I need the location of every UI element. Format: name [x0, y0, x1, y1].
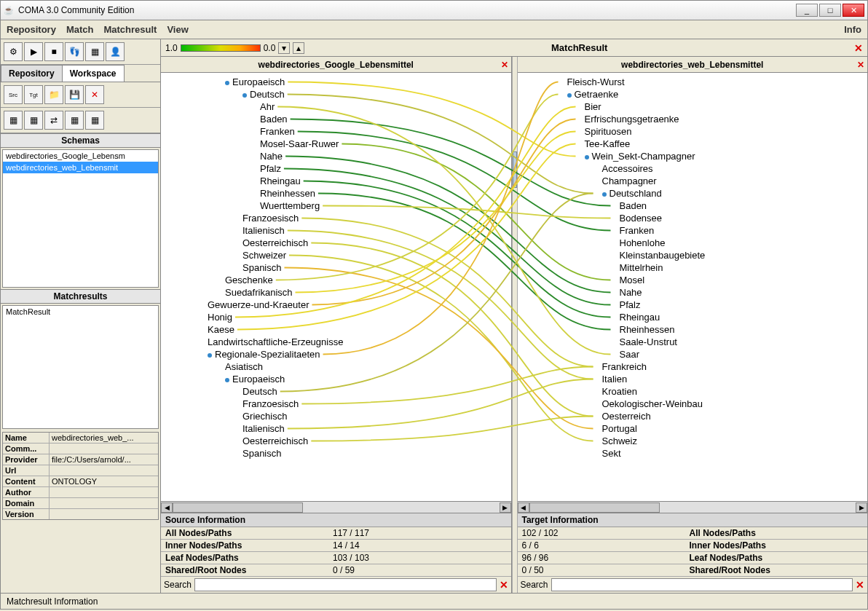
tree-node[interactable]: Franken: [164, 125, 508, 138]
tree-node[interactable]: Italien: [521, 373, 865, 385]
tree-node[interactable]: Bodensee: [521, 212, 865, 224]
tree-node[interactable]: Erfrischungsgetraenke: [521, 113, 865, 125]
tree-node[interactable]: Bier: [521, 100, 865, 113]
tree-node[interactable]: Rheinhessen: [521, 323, 865, 336]
ws-btn-source[interactable]: Src: [4, 85, 23, 104]
target-scrollbar[interactable]: ◀▶: [518, 501, 868, 513]
tree-node[interactable]: Franzoesisch: [164, 212, 508, 224]
close-button[interactable]: ✕: [843, 4, 864, 17]
ws-btn-a[interactable]: ▦: [4, 111, 23, 130]
tree-node[interactable]: Europaeisch: [164, 373, 508, 385]
target-search-input[interactable]: [551, 578, 853, 591]
tree-node[interactable]: Hohenlohe: [521, 237, 865, 249]
ws-btn-save[interactable]: 💾: [65, 85, 84, 104]
toolbar-btn-1[interactable]: ⚙: [4, 42, 23, 61]
tree-node[interactable]: Deutsch: [164, 385, 508, 398]
schema-item[interactable]: webdirectories_Google_Lebensm: [3, 150, 158, 162]
tree-node[interactable]: Rheingau: [521, 311, 865, 323]
toolbar-btn-4[interactable]: 👣: [65, 42, 84, 61]
tree-node[interactable]: Kroatien: [521, 385, 865, 398]
tree-node[interactable]: Griechisch: [164, 410, 508, 422]
menu-matchresult[interactable]: Matchresult: [103, 24, 157, 35]
tree-node[interactable]: Getraenke: [521, 88, 865, 100]
tree-node[interactable]: Deutsch: [164, 88, 508, 100]
source-pane-close-icon[interactable]: ✕: [501, 60, 508, 70]
tree-node[interactable]: Champagner: [521, 175, 865, 187]
sort-icon[interactable]: ▴: [293, 42, 304, 54]
toolbar-btn-5[interactable]: ▦: [85, 42, 104, 61]
toolbar-btn-3[interactable]: ■: [44, 42, 63, 61]
source-tree[interactable]: EuropaeischDeutschAhrBadenFrankenMosel-S…: [161, 73, 511, 501]
tree-node[interactable]: Tee-Kaffee: [521, 138, 865, 150]
tree-node[interactable]: Regionale-Spezialitaeten: [164, 348, 508, 360]
ws-btn-e[interactable]: ▦: [85, 111, 104, 130]
tree-node[interactable]: Asiatisch: [164, 360, 508, 373]
tree-node[interactable]: Mosel: [521, 274, 865, 286]
menu-match[interactable]: Match: [66, 24, 94, 35]
tree-node[interactable]: Fleisch-Wurst: [521, 76, 865, 88]
tree-node[interactable]: Wein_Sekt-Champagner: [521, 150, 865, 162]
schema-item-selected[interactable]: webdirectories_web_Lebensmit: [3, 162, 158, 173]
tree-node[interactable]: Landwirtschaftliche-Erzeugnisse: [164, 336, 508, 348]
tab-workspace[interactable]: Workspace: [62, 65, 125, 82]
tree-node[interactable]: Europaeisch: [164, 76, 508, 88]
tree-node[interactable]: Portugal: [521, 422, 865, 435]
filter-icon[interactable]: ▾: [278, 42, 290, 54]
tree-node[interactable]: Suedafrikanisch: [164, 286, 508, 299]
ws-btn-b[interactable]: ▦: [24, 111, 43, 130]
tree-node[interactable]: Geschenke: [164, 274, 508, 286]
tree-node[interactable]: Franken: [521, 224, 865, 237]
tree-node[interactable]: Sekt: [521, 447, 865, 460]
source-search-input[interactable]: [194, 578, 496, 591]
target-tree[interactable]: Fleisch-WurstGetraenkeBierErfrischungsge…: [518, 73, 868, 501]
matchresult-item[interactable]: MatchResult: [6, 307, 155, 316]
tree-node[interactable]: Franzoesisch: [164, 398, 508, 410]
pane-divider[interactable]: [512, 57, 518, 593]
tree-node[interactable]: Accessoires: [521, 162, 865, 175]
tree-node[interactable]: Saar: [521, 348, 865, 360]
tree-node[interactable]: Mosel-Saar-Ruwer: [164, 138, 508, 150]
tab-repository[interactable]: Repository: [1, 65, 63, 82]
menu-info[interactable]: Info: [844, 24, 861, 35]
tree-node[interactable]: Spirituosen: [521, 125, 865, 138]
tree-node[interactable]: Spanisch: [164, 261, 508, 274]
tree-node[interactable]: Spanisch: [164, 447, 508, 460]
tree-node[interactable]: Wuerttemberg: [164, 200, 508, 212]
tree-node[interactable]: Pfalz: [164, 162, 508, 175]
tree-node[interactable]: Oesterreichisch: [164, 237, 508, 249]
ws-btn-target[interactable]: Tgt: [24, 85, 43, 104]
matchresults-list[interactable]: MatchResult: [2, 305, 159, 429]
toolbar-btn-6[interactable]: 👤: [106, 42, 125, 61]
ws-btn-c[interactable]: ⇄: [44, 111, 63, 130]
source-scrollbar[interactable]: ◀▶: [161, 501, 511, 513]
matchresult-close-icon[interactable]: ✕: [854, 42, 863, 54]
target-pane-close-icon[interactable]: ✕: [857, 60, 864, 70]
ws-btn-open[interactable]: 📁: [44, 85, 63, 104]
tree-node[interactable]: Schweizer: [164, 249, 508, 261]
tree-node[interactable]: Oesterreichisch: [164, 435, 508, 447]
tree-node[interactable]: Mittelrhein: [521, 261, 865, 274]
tree-node[interactable]: Kaese: [164, 323, 508, 336]
tree-node[interactable]: Oekologischer-Weinbau: [521, 398, 865, 410]
tree-node[interactable]: Italienisch: [164, 224, 508, 237]
tree-node[interactable]: Saale-Unstrut: [521, 336, 865, 348]
source-search-clear-icon[interactable]: ✕: [500, 579, 508, 591]
tree-node[interactable]: Honig: [164, 311, 508, 323]
tree-node[interactable]: Italienisch: [164, 422, 508, 435]
minimize-button[interactable]: _: [796, 4, 818, 17]
ws-btn-delete[interactable]: ✕: [85, 85, 104, 104]
tree-node[interactable]: Kleinstanbaugebiete: [521, 249, 865, 261]
tree-node[interactable]: Frankreich: [521, 360, 865, 373]
menu-repository[interactable]: Repository: [7, 24, 56, 35]
maximize-button[interactable]: □: [819, 4, 841, 17]
tree-node[interactable]: Nahe: [521, 286, 865, 299]
ws-btn-d[interactable]: ▦: [65, 111, 84, 130]
tree-node[interactable]: Ahr: [164, 100, 508, 113]
target-search-clear-icon[interactable]: ✕: [856, 579, 864, 591]
tree-node[interactable]: Schweiz: [521, 435, 865, 447]
tree-node[interactable]: Rheinhessen: [164, 187, 508, 200]
menu-view[interactable]: View: [167, 24, 188, 35]
toolbar-btn-play[interactable]: ▶: [24, 42, 43, 61]
tree-node[interactable]: Oesterreich: [521, 410, 865, 422]
tree-node[interactable]: Gewuerze-und-Kraeuter: [164, 299, 508, 311]
